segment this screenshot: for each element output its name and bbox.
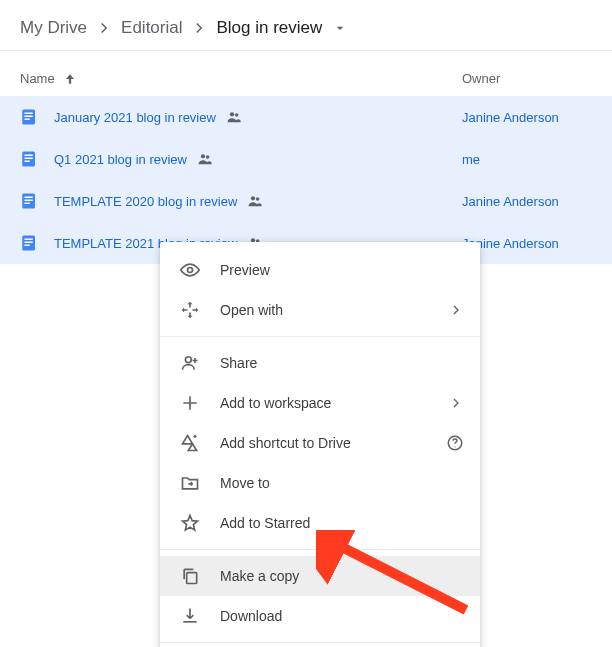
menu-item-make-copy[interactable]: Make a copy xyxy=(160,556,480,596)
breadcrumb-item-mydrive[interactable]: My Drive xyxy=(20,18,87,38)
svg-rect-3 xyxy=(25,119,30,121)
menu-item-add-starred[interactable]: Add to Starred xyxy=(160,503,480,543)
docs-icon xyxy=(20,150,38,168)
svg-point-24 xyxy=(188,268,193,273)
star-icon xyxy=(180,513,200,533)
svg-point-11 xyxy=(206,155,209,158)
chevron-right-icon xyxy=(448,302,464,318)
table-row[interactable]: Q1 2021 blog in review me xyxy=(0,138,612,180)
file-list: January 2021 blog in review Janine Ander… xyxy=(0,96,612,264)
breadcrumb: My Drive Editorial Blog in review xyxy=(0,0,612,51)
docs-icon xyxy=(20,234,38,252)
menu-item-add-workspace[interactable]: Add to workspace xyxy=(160,383,480,423)
plus-icon xyxy=(180,393,200,413)
menu-label: Preview xyxy=(220,262,464,278)
svg-rect-1 xyxy=(25,113,33,115)
file-name-label: January 2021 blog in review xyxy=(54,110,216,125)
download-icon xyxy=(180,606,200,626)
menu-label: Add to workspace xyxy=(220,395,428,411)
svg-point-4 xyxy=(230,112,234,116)
file-name-label: TEMPLATE 2020 blog in review xyxy=(54,194,237,209)
divider xyxy=(160,336,480,337)
menu-label: Add shortcut to Drive xyxy=(220,435,426,451)
docs-icon xyxy=(20,192,38,210)
divider xyxy=(160,642,480,643)
chevron-right-icon xyxy=(190,19,208,37)
table-row[interactable]: TEMPLATE 2020 blog in review Janine Ande… xyxy=(0,180,612,222)
file-owner: Janine Anderson xyxy=(462,110,592,125)
menu-item-download[interactable]: Download xyxy=(160,596,480,636)
person-add-icon xyxy=(180,353,200,373)
svg-rect-13 xyxy=(25,197,33,199)
name-header-label: Name xyxy=(20,71,55,86)
help-icon xyxy=(446,434,464,452)
file-owner: me xyxy=(462,152,592,167)
column-header-owner[interactable]: Owner xyxy=(462,71,592,86)
sort-arrow-up-icon xyxy=(63,72,77,86)
breadcrumb-item-editorial[interactable]: Editorial xyxy=(121,18,182,38)
menu-item-preview[interactable]: Preview xyxy=(160,250,480,290)
open-with-icon xyxy=(180,300,200,320)
menu-item-move-to[interactable]: Move to xyxy=(160,463,480,503)
chevron-right-icon xyxy=(448,395,464,411)
menu-label: Make a copy xyxy=(220,568,464,584)
menu-item-openwith[interactable]: Open with xyxy=(160,290,480,330)
menu-label: Share xyxy=(220,355,464,371)
caret-down-icon[interactable] xyxy=(332,20,348,36)
svg-rect-8 xyxy=(25,158,33,160)
menu-label: Download xyxy=(220,608,464,624)
svg-point-17 xyxy=(256,197,259,200)
table-row[interactable]: January 2021 blog in review Janine Ander… xyxy=(0,96,612,138)
file-name-label: Q1 2021 blog in review xyxy=(54,152,187,167)
menu-item-share[interactable]: Share xyxy=(160,343,480,383)
svg-rect-28 xyxy=(187,573,197,584)
menu-label: Add to Starred xyxy=(220,515,464,531)
svg-point-5 xyxy=(235,113,238,116)
chevron-right-icon xyxy=(95,19,113,37)
svg-rect-19 xyxy=(25,239,33,241)
svg-point-27 xyxy=(454,446,455,447)
menu-label: Move to xyxy=(220,475,464,491)
breadcrumb-item-current[interactable]: Blog in review xyxy=(216,18,322,38)
svg-point-16 xyxy=(251,196,255,200)
shared-icon xyxy=(247,193,263,209)
svg-rect-7 xyxy=(25,155,33,157)
menu-item-add-shortcut[interactable]: Add shortcut to Drive xyxy=(160,423,480,463)
svg-point-10 xyxy=(201,154,205,158)
svg-point-25 xyxy=(185,357,191,363)
table-header: Name Owner xyxy=(0,51,612,96)
docs-icon xyxy=(20,108,38,126)
file-owner: Janine Anderson xyxy=(462,194,592,209)
file-owner: Janine Anderson xyxy=(462,236,592,251)
svg-rect-15 xyxy=(25,203,30,205)
shared-icon xyxy=(226,109,242,125)
svg-rect-14 xyxy=(25,200,33,202)
svg-rect-20 xyxy=(25,242,33,244)
copy-icon xyxy=(180,566,200,586)
drive-shortcut-icon xyxy=(180,433,200,453)
context-menu: Preview Open with Share Add to workspace… xyxy=(160,242,480,647)
divider xyxy=(160,549,480,550)
owner-header-label: Owner xyxy=(462,71,500,86)
svg-rect-2 xyxy=(25,116,33,118)
svg-rect-21 xyxy=(25,245,30,247)
folder-move-icon xyxy=(180,473,200,493)
menu-label: Open with xyxy=(220,302,428,318)
svg-rect-9 xyxy=(25,161,30,163)
shared-icon xyxy=(197,151,213,167)
column-header-name[interactable]: Name xyxy=(20,71,462,86)
eye-icon xyxy=(180,260,200,280)
